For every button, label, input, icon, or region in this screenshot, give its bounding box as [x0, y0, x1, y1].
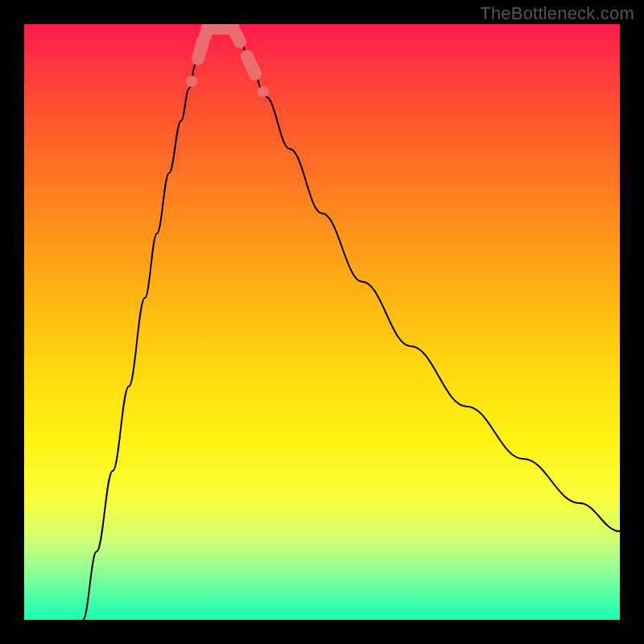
left-curve [83, 28, 209, 620]
marker-capsule [198, 41, 203, 59]
chart-frame: TheBottleneck.com [0, 0, 644, 644]
marker-capsule [247, 56, 255, 74]
right-curve [233, 28, 620, 531]
marker-dot [186, 76, 197, 87]
plot-area [24, 24, 620, 620]
curves-svg [24, 24, 620, 620]
marker-dot [258, 86, 269, 97]
marker-capsule [236, 34, 240, 42]
attribution-text: TheBottleneck.com [480, 3, 634, 24]
markers-group [186, 28, 269, 97]
